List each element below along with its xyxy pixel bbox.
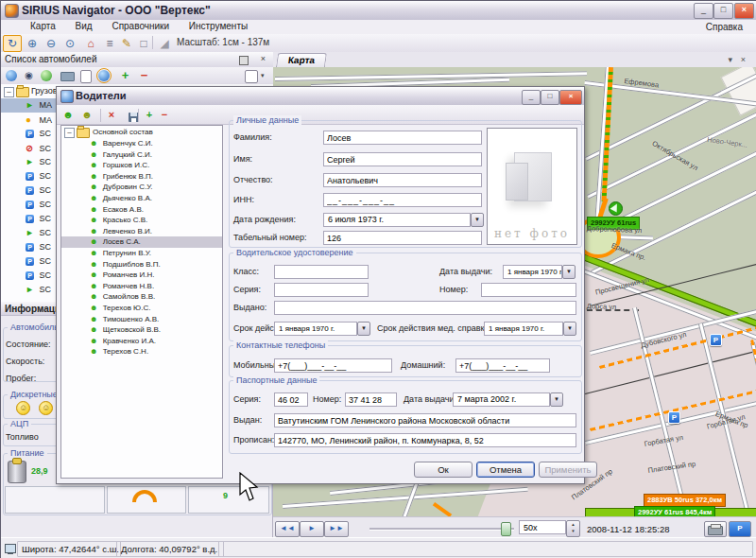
parking-marker-icon[interactable]: P (710, 334, 722, 346)
map-close-icon[interactable]: × (741, 55, 746, 64)
skip-forward-button[interactable]: ►► (324, 521, 349, 537)
dialog-minimize-button[interactable]: _ (522, 90, 541, 105)
home-icon[interactable]: ⌂ (81, 35, 100, 52)
add-vehicle-icon[interactable]: + (118, 69, 132, 82)
truck-icon[interactable] (60, 72, 75, 81)
drivers-tree-root[interactable]: Основной состав (61, 126, 222, 138)
dialog-close-button[interactable]: × (559, 90, 582, 105)
license-issue-dropdown-icon[interactable] (562, 265, 576, 279)
driver-row[interactable]: Подшиблов В.П. (61, 259, 222, 270)
parkings-button[interactable]: P (729, 521, 751, 537)
select-rect-icon[interactable]: □ (134, 35, 153, 52)
delete-driver-icon[interactable]: × (104, 108, 119, 121)
skip-back-button[interactable]: ◄◄ (275, 521, 300, 537)
export-driver-icon[interactable]: ☻→ (79, 108, 94, 121)
parking-marker-icon[interactable]: P (668, 411, 680, 424)
home-field[interactable] (455, 358, 550, 373)
map-center-icon[interactable] (98, 70, 110, 81)
tab-map[interactable]: Карта (276, 53, 327, 67)
license-issued-field[interactable] (274, 301, 576, 315)
driver-row[interactable]: Терехов С.Н. (61, 346, 222, 357)
license-valid-combo[interactable]: 1 января 1970 г. (274, 322, 357, 336)
menu-help[interactable]: Справка (697, 21, 751, 33)
pan-tool-icon[interactable]: ↻ (3, 35, 22, 52)
driver-row[interactable]: Романчев Н.В. (61, 281, 222, 292)
menu-view[interactable]: Вид (67, 20, 101, 32)
driver-row[interactable]: Романчев И.Н. (61, 270, 222, 281)
driver-row[interactable]: Щетковской В.В. (61, 324, 222, 336)
surname-field[interactable] (323, 131, 482, 145)
driver-row[interactable]: Петрунин В.У. (61, 248, 222, 259)
cancel-button[interactable]: Отмена (476, 462, 535, 478)
driver-row[interactable]: Левченко В.И. (61, 226, 222, 237)
passport-issue-dropdown-icon[interactable] (550, 392, 563, 407)
collapse-icon[interactable] (64, 128, 75, 138)
list-icon[interactable]: ≡ (100, 35, 119, 52)
grid-view-icon[interactable] (245, 70, 258, 83)
speed-spinner[interactable]: ▲▼ (566, 520, 580, 537)
driver-row[interactable]: Дьяченко В.А. (61, 193, 222, 204)
driver-row[interactable]: Галуцкий С.И. (61, 149, 222, 161)
driver-row[interactable]: Самойлов В.В. (61, 291, 222, 303)
driver-row[interactable]: Варенчук С.И. (61, 138, 222, 149)
collapse-icon[interactable] (4, 87, 14, 97)
menu-tools[interactable]: Инструменты (180, 20, 256, 32)
ok-button[interactable]: Ок (414, 462, 472, 478)
passport-number-field[interactable] (345, 392, 397, 407)
med-valid-dropdown-icon[interactable] (563, 322, 576, 336)
passport-issued-by-field[interactable] (274, 413, 576, 427)
close-button[interactable]: × (734, 3, 754, 19)
menu-directories[interactable]: Справочники (103, 20, 178, 32)
passport-issue-date-combo[interactable]: 7 марта 2002 г. (453, 392, 550, 407)
restore-button[interactable]: □ (713, 3, 733, 19)
card-icon[interactable] (80, 70, 92, 83)
zoom-select-icon[interactable]: ⊙ (60, 35, 79, 52)
passport-series-field[interactable] (274, 392, 308, 407)
follow-icon[interactable] (41, 70, 52, 81)
zoom-in-icon[interactable]: ⊕ (23, 35, 42, 52)
save-icon[interactable] (121, 108, 136, 121)
dialog-title-bar[interactable]: Водители _ □ × (57, 87, 584, 106)
driver-row[interactable]: Лосев С.А. (61, 236, 222, 248)
add-group-icon[interactable]: + (142, 108, 157, 121)
license-number-field[interactable] (481, 283, 576, 297)
driver-row[interactable]: Есаков А.В. (61, 204, 222, 216)
birthdate-dropdown-icon[interactable] (471, 213, 484, 227)
panel-close-icon[interactable]: × (261, 54, 266, 63)
passport-registered-field[interactable] (274, 433, 576, 447)
birthdate-combo[interactable]: 6 июля 1973 г. (323, 213, 471, 227)
dialog-maximize-button[interactable]: □ (541, 90, 559, 105)
timeline-slider-track[interactable] (369, 528, 514, 531)
remove-vehicle-icon[interactable]: − (137, 69, 151, 82)
show-all-icon[interactable] (6, 70, 17, 81)
license-class-field[interactable] (274, 265, 369, 279)
minimize-button[interactable]: _ (694, 3, 713, 19)
print-button[interactable] (704, 521, 727, 537)
employee-no-field[interactable] (323, 231, 482, 245)
map-dropdown-icon[interactable]: ▾ (728, 55, 732, 64)
driver-row[interactable]: Кравченко И.А. (61, 336, 222, 347)
add-driver-icon[interactable]: ☻+ (60, 108, 76, 121)
remove-group-icon[interactable]: − (157, 108, 172, 121)
license-series-field[interactable] (274, 283, 369, 297)
mobile-field[interactable] (274, 358, 392, 373)
inn-field[interactable] (323, 193, 482, 207)
driver-row[interactable]: Грибенюк В.П. (61, 171, 222, 183)
driver-row[interactable]: Терехов Ю.С. (61, 303, 222, 314)
driver-row[interactable]: Горшков И.С. (61, 160, 222, 171)
timeline-slider-thumb[interactable] (501, 522, 511, 536)
play-button[interactable]: ► (300, 521, 324, 537)
pin-icon[interactable] (239, 56, 249, 65)
med-valid-combo[interactable]: 1 января 1970 г. (484, 322, 563, 336)
driver-row[interactable]: Красько С.В. (61, 215, 222, 226)
license-issue-date-combo[interactable]: 1 января 1970 г. (503, 265, 562, 279)
speed-input[interactable]: 50x (519, 520, 566, 534)
name-field[interactable] (323, 152, 482, 166)
grid-dropdown-icon[interactable]: ▾ (261, 72, 265, 79)
driver-row[interactable]: Тимошенко А.В. (61, 314, 222, 325)
license-valid-dropdown-icon[interactable] (357, 322, 370, 336)
driver-row[interactable]: Дубровин С.У. (61, 182, 222, 193)
patronymic-field[interactable] (323, 173, 482, 187)
edit-icon[interactable]: ✎ (117, 35, 136, 52)
menu-map[interactable]: Карта (22, 20, 64, 32)
